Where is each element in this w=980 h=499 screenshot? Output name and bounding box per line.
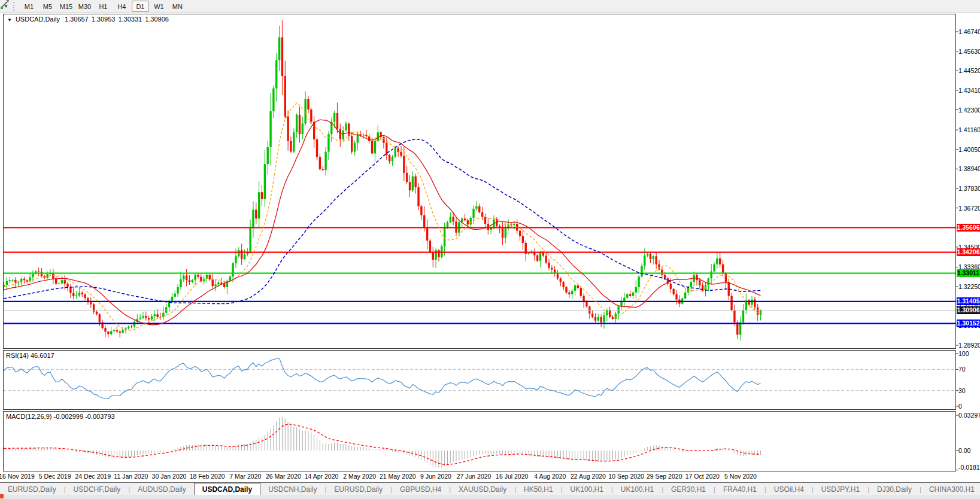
date-tick-label: 11 Jan 2020 — [114, 473, 148, 480]
date-tick-label: 30 Jan 2020 — [152, 473, 187, 480]
date-tick-label: 2 May 2020 — [343, 473, 376, 480]
date-tick-label: 5 Dec 2019 — [39, 473, 71, 480]
rsi-label: RSI(14) 46.6017 — [6, 352, 54, 359]
date-tick-label: 14 Apr 2020 — [305, 473, 339, 480]
price-tick-label: 1.36720 — [958, 205, 980, 212]
price-level-badge: 1.35606 — [957, 224, 980, 232]
chart-tab-ger30-h1[interactable]: GER30,H1 — [663, 483, 714, 495]
current-price-badge: 1.30906 — [957, 306, 980, 314]
date-tick-label: 29 Sep 2020 — [647, 473, 682, 480]
chart-tab-usdcnh-daily[interactable]: USDCNH,Daily — [260, 483, 324, 495]
macd-tick-label: -0.01815 — [958, 464, 980, 471]
open-value: 1.30657 — [65, 16, 89, 23]
date-tick-label: 9 Jun 2020 — [420, 473, 451, 480]
close-value: 1.30906 — [145, 16, 169, 23]
macd-tick-label: 0.032972 — [958, 412, 980, 419]
high-value: 1.30953 — [92, 16, 116, 23]
chart-ohlc-header: ▼USDCAD,Daily1.306571.309531.303311.3090… — [7, 16, 172, 23]
date-tick-label: 26 Mar 2020 — [266, 473, 301, 480]
price-tick-label: 1.41160 — [958, 126, 980, 133]
chart-tab-fra40-h1[interactable]: FRA40,H1 — [715, 483, 764, 495]
price-tick-label: 1.42300 — [958, 107, 980, 114]
date-tick-label: 7 Mar 2020 — [229, 473, 261, 480]
low-value: 1.30331 — [118, 16, 142, 23]
price-tick-label: 1.37830 — [958, 185, 980, 192]
rsi-tick-label: 30 — [958, 387, 980, 394]
alert-indicator — [0, 494, 4, 498]
chart-tab-audusd-daily[interactable]: AUDUSD,Daily — [130, 483, 194, 495]
chart-tab-usdcad-daily[interactable]: USDCAD,Daily — [194, 483, 260, 495]
macd-label: MACD(12,26,9) -0.002999 -0.003793 — [6, 413, 115, 420]
price-tick-label: 1.40050 — [958, 146, 980, 153]
price-tick-label: 1.38940 — [958, 165, 980, 172]
date-tick-label: 16 Nov 2019 — [0, 473, 35, 480]
date-tick-label: 21 May 2020 — [380, 473, 416, 480]
collapse-chart-icon[interactable]: ▼ — [7, 17, 12, 23]
chart-tab-china300-h1[interactable]: CHINA300,H1 — [921, 483, 980, 495]
chart-tab-eurusd-daily[interactable]: EURUSD,Daily — [0, 483, 64, 495]
chart-tab-usdjpy-h1[interactable]: USDJPY,H1 — [814, 483, 867, 495]
chart-tab-gbpusd-h4[interactable]: GBPUSD,H4 — [392, 483, 449, 495]
price-tick-label: 1.44520 — [958, 67, 980, 74]
price-level-badge: 1.34206 — [957, 248, 980, 256]
date-tick-label: 18 Feb 2020 — [190, 473, 225, 480]
symbol-period-label: USDCAD,Daily — [16, 16, 60, 23]
price-tick-label: 1.32250 — [958, 283, 980, 290]
date-tick-label: 10 Sep 2020 — [608, 473, 644, 480]
price-level-badge: 1.31405 — [957, 297, 980, 305]
price-tick-label: 1.46740 — [958, 28, 980, 35]
price-tick-label: 1.45630 — [958, 48, 980, 55]
date-tick-label: 4 Aug 2020 — [534, 473, 566, 480]
chart-tab-dj30-daily[interactable]: DJ30,Daily — [869, 483, 920, 495]
date-tick-label: 24 Dec 2019 — [75, 473, 111, 480]
terminal-window: ▼ M1M5M15M30H1H4D1W1MN ▼USDCAD,Daily1.30… — [0, 0, 980, 499]
chart-tab-eurusd-daily[interactable]: EURUSD,Daily — [326, 483, 390, 495]
bottom-strip — [0, 495, 980, 499]
chart-tab-uk100-h1[interactable]: UK100,H1 — [563, 483, 611, 495]
rsi-tick-label: 0 — [958, 403, 980, 410]
chart-tab-uk100-h1[interactable]: UK100,H1 — [613, 483, 662, 495]
date-tick-label: 27 Jun 2020 — [457, 473, 491, 480]
price-level-badge: 1.33011 — [957, 269, 980, 277]
date-tick-label: 17 Oct 2020 — [685, 473, 720, 480]
price-tick-label: 1.43410 — [958, 87, 980, 94]
chart-tab-usdchf-daily[interactable]: USDCHF,Daily — [66, 483, 129, 495]
date-tick-label: 5 Nov 2020 — [724, 473, 757, 480]
chart-tab-hk50-h1[interactable]: HK50,H1 — [516, 483, 561, 495]
rsi-tick-label: 100 — [958, 350, 980, 357]
rsi-tick-label: 70 — [958, 366, 980, 373]
macd-tick-label: 0.00 — [958, 447, 980, 454]
date-tick-label: 22 Aug 2020 — [571, 473, 606, 480]
price-tick-label: 1.28920 — [958, 342, 980, 349]
chart-tab-usoil-h4[interactable]: USOil,H4 — [766, 483, 812, 495]
chart-canvas[interactable] — [0, 0, 980, 499]
date-tick-label: 16 Jul 2020 — [496, 473, 528, 480]
price-level-badge: 1.30152 — [957, 320, 980, 327]
chart-tab-xauusd-daily[interactable]: XAUUSD,Daily — [451, 483, 514, 495]
chart-tab-bar: EURUSD,Daily|USDCHF,Daily|AUDUSD,DailyUS… — [0, 482, 980, 495]
